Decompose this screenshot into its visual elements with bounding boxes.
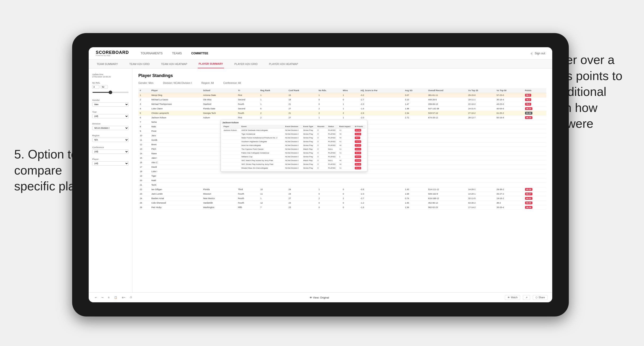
points-badge[interactable]: 60.58 [525,188,532,191]
page-wrapper: 4. Hover over a player's points to see a… [0,0,644,346]
popup-table: Player Event Event Division Event Type R… [222,125,366,170]
share-button[interactable]: ⬡ Share [533,295,548,300]
filters-row: Gender: Men Division: NCAA Division I Re… [138,81,546,84]
points-badge[interactable]: 88.2 [525,94,532,97]
table-row: 2 Michael La Sasso Ole Miss Second 1 18 … [138,98,546,102]
points-badge[interactable]: 58.49 [525,206,532,209]
sidebar-player: Player (All) [92,158,129,166]
sidebar-conference-select[interactable]: (All) [92,150,129,154]
nav-right: ›| Sign out [531,52,545,55]
popup-row: SEC Stroke Play hosted by Jerry Pate NCA… [222,163,366,166]
bottom-toolbar: ↩ ↪ ⎘ 📋 ⊕ • ⏱ 👁 View: Original 👁 Watch [89,292,552,302]
standings-table: # Player School Yr Reg Rank Conf Rank No… [138,88,546,210]
popup-row: Southern Highlands Collegiate NCAA Divis… [222,140,366,144]
sidebar-region-select[interactable]: N/A [92,138,129,142]
table-row: 23 Jack Lundin Missouri Fourth 11 24 0 0… [138,192,546,196]
table-row: 22 Ian Gilligan Florida Third 10 24 1 0 … [138,187,546,192]
points-badge[interactable]: 76.3 [525,98,532,101]
sidebar-player-select[interactable]: (All) [92,161,129,166]
sidebar-division-select[interactable]: NCAA Division I [92,126,129,130]
logo-area: SCOREBOARD Powered by clipp [96,50,129,56]
sidebar-gender-select[interactable]: Men [92,102,129,107]
sub-nav: TEAM SUMMARY TEAM H2H GRID TEAM H2H HEAT… [89,59,552,68]
nav-teams[interactable]: TEAMS [172,52,182,55]
paste-button[interactable]: 📋 [113,296,118,300]
popup-player-name: Jackson Kolson [222,121,366,124]
col-points: Points [524,88,546,93]
redo-button[interactable]: ↪ [100,296,105,300]
sidebar-gender-label: Gender [92,99,129,101]
sidebar-year-label: Year [92,111,129,113]
sign-out-link[interactable]: Sign out [535,52,545,55]
table-row: 3 Michael Thorbjornsen Stanford Fourth 1… [138,102,546,107]
filter-division: Division: NCAA Division I [163,81,192,84]
points-badge[interactable]: 68.18 [525,116,532,119]
timer-button[interactable]: ⏱ [128,296,134,300]
col-player: Player [150,88,202,93]
popup-row: Williams Cup NCAA Division I Stroke Play… [222,155,366,159]
popup-row: Mirabel Maui Jim Intercollegiate NCAA Di… [222,166,366,170]
share-icon: ⬡ [536,296,538,299]
table-row: 26 Petr Hruby Washington Fifth 7 23 0 0 … [138,205,546,210]
sidebar-region: Region N/A [92,134,129,142]
tablet-frame: SCOREBOARD Powered by clipp TOURNAMENTS … [72,33,569,317]
nav-separator: ›| [531,52,532,55]
popup-row: Wake Forest Invitational at Pinehurst No… [222,136,366,140]
popup-row: The Cypress Point Classic NCAA Division … [222,147,366,151]
sub-nav-team-summary[interactable]: TEAM SUMMARY [96,59,119,68]
sidebar-division: Division NCAA Division I [92,123,129,130]
sub-nav-player-summary[interactable]: PLAYER SUMMARY [198,59,224,68]
col-num: # [138,88,150,93]
table-row: 24 Bastien Amat New Mexico Fourth 1 27 2… [138,196,546,201]
popup-row: Fallen Oak Collegiate Invitational NCAA … [222,151,366,155]
no-rds-slider[interactable] [92,92,129,93]
export-button[interactable]: ↗ [523,295,530,300]
popup-row: Jackson Kolson UNCW Seahawk Intercollegi… [222,129,366,132]
sub-nav-player-h2h-grid[interactable]: PLAYER H2H GRID [234,59,258,68]
nav-links: TOURNAMENTS TEAMS COMMITTEE [141,52,208,55]
sub-nav-team-h2h-grid[interactable]: TEAM H2H GRID [128,59,151,68]
sidebar-update-time: Update time: 27/01/2024 16:56:26 [92,73,129,78]
popup-row: Amer An Intercollegiate NCAA Division I … [222,144,366,147]
table-row: 20Mattl [138,178,546,183]
col-adj-score: Adj. Score to Par [359,88,404,93]
points-badge-hovered[interactable]: 80.89 [525,112,532,115]
points-badge[interactable]: 68.34 [525,107,532,110]
sidebar-no-rds: No Rds. [92,82,129,95]
app-logo-sub: Powered by clipp [96,55,129,56]
no-rds-min-input[interactable] [92,85,99,89]
top-nav: SCOREBOARD Powered by clipp TOURNAMENTS … [89,47,552,59]
col-wins: Wins [341,88,359,93]
table-row: 4 Luke Claton Florida State Second 5 27 … [138,107,546,111]
points-badge[interactable]: 70.2 [525,103,532,106]
toolbar-right: 👁 Watch ↗ ⬡ Share [505,295,548,300]
main-content: Update time: 27/01/2024 16:56:26 No Rds.… [89,68,552,292]
copy-button[interactable]: ⎘ [107,296,111,300]
col-vs-top50: Vs Top 50 [495,88,524,93]
points-badge[interactable]: 60.95 [525,201,532,204]
table-row: 21Techi [138,183,546,187]
sub-nav-team-h2h-heatmap[interactable]: TEAM H2H HEATMAP [160,59,188,68]
sidebar-gender: Gender Men [92,99,129,107]
sidebar-player-label: Player [92,158,129,160]
nav-left: SCOREBOARD Powered by clipp TOURNAMENTS … [96,50,208,56]
undo-button[interactable]: ↩ [94,296,98,300]
sidebar-no-rds-label: No Rds. [92,82,129,84]
tablet-screen: SCOREBOARD Powered by clipp TOURNAMENTS … [89,47,552,302]
col-vs-top25: Vs Top 25 [467,88,495,93]
sidebar-year-select[interactable]: (All) [92,114,129,118]
sub-nav-player-h2h-heatmap[interactable]: PLAYER H2H HEATMAP [268,59,299,68]
view-icon: 👁 [310,296,312,299]
settings-button[interactable]: ⊕ • [120,296,126,300]
popup-row: SEC Match Play hosted by Jerry Pate NCAA… [222,159,366,163]
nav-tournaments[interactable]: TOURNAMENTS [141,52,162,55]
watch-button[interactable]: 👁 Watch [505,295,520,300]
table-row: 19Tiger [138,174,546,178]
points-badge[interactable]: 60.27 [525,192,532,195]
nav-committee[interactable]: COMMITTEE [191,52,208,55]
sidebar: Update time: 27/01/2024 16:56:26 No Rds.… [89,68,132,292]
points-badge[interactable]: 60.02 [525,197,532,200]
no-rds-max-input[interactable] [101,85,108,89]
hover-popup: Jackson Kolson Player Event Event Divisi… [221,120,367,172]
popup-row: Tiger Invitational NCAA Division I Strok… [222,132,366,136]
